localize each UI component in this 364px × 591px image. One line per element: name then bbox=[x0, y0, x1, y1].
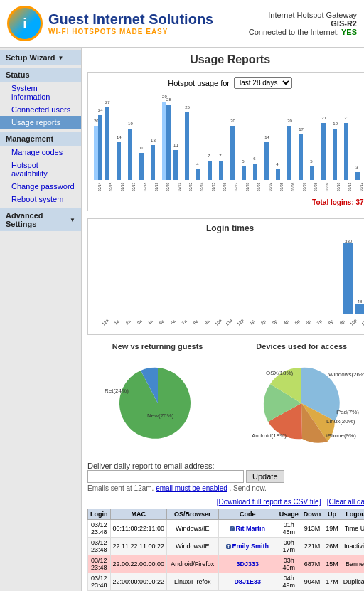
pie-title-new-returning: New vs returning guests bbox=[87, 342, 228, 351]
new-vs-returning-chart: New vs returning guests New(76%) Ret(24%… bbox=[87, 342, 228, 454]
cell-down: 221M bbox=[301, 538, 323, 555]
bar-group: 11 bbox=[173, 150, 184, 180]
iphone-label: iPhone(9%) bbox=[326, 432, 356, 439]
bar-value-label: 13 bbox=[151, 138, 156, 142]
devices-svg: Windows(26%) iPad(7%) iPhone(9%) Android… bbox=[230, 353, 364, 453]
company-name: Guest Internet Solutions bbox=[48, 11, 213, 28]
cell-usage: 00h 17m bbox=[277, 538, 301, 555]
connection-status: Connected to the Internet: YES bbox=[249, 28, 357, 36]
cell-mac: 22:00:22:00:00:00 bbox=[110, 555, 167, 573]
hotspot-chart-subtitle: Hotspot usage for last 28 days last 7 da… bbox=[92, 77, 364, 89]
windows-label: Windows(26%) bbox=[328, 371, 364, 378]
primary-bar: 7 bbox=[208, 161, 212, 180]
primary-bar: 10 bbox=[139, 153, 144, 180]
cell-logout: Inactivity bbox=[341, 538, 364, 555]
login-bar bbox=[343, 243, 353, 314]
cell-os: Android/Firefox bbox=[167, 555, 219, 573]
user-code-link[interactable]: D8J1E33 bbox=[234, 578, 261, 585]
new-returning-svg: New(76%) Ret(24%) bbox=[97, 353, 218, 453]
cell-up: 19M bbox=[323, 520, 341, 538]
col-logout: Logout bbox=[341, 509, 364, 520]
primary-bar: 19 bbox=[128, 129, 132, 180]
table-row: 03/12 23:4800:11:00:22:11:00Windows/IEfR… bbox=[88, 520, 365, 538]
bar-group: 5 bbox=[310, 166, 321, 180]
primary-bar: 4 bbox=[276, 169, 280, 180]
pie-title-devices: Devices used for access bbox=[230, 342, 364, 351]
osx-label: OSX(18%) bbox=[266, 370, 294, 376]
cell-login: 03/12 23:48 bbox=[88, 555, 111, 573]
cell-up: 26M bbox=[323, 538, 341, 555]
cell-logout: Banned bbox=[341, 555, 364, 573]
table-row: 03/12 23:4822:00:00:00:00:22Linux/Firefo… bbox=[88, 573, 365, 591]
arrow-down-icon: ▼ bbox=[70, 217, 75, 223]
primary-bar: 21 bbox=[321, 123, 326, 180]
cell-up: 17M bbox=[323, 573, 341, 591]
code-cell: fEmily Smith bbox=[218, 538, 277, 555]
sidebar-item-connected-users[interactable]: Connected users bbox=[0, 103, 81, 116]
bar-value-label: 19 bbox=[333, 122, 338, 126]
arrow-down-icon: ▼ bbox=[58, 55, 64, 61]
facebook-icon: f bbox=[226, 544, 230, 549]
email-must-be-enabled-link[interactable]: email must be enabled bbox=[156, 484, 228, 492]
header-right: Internet Hotspot Gateway GIS-R2 Connecte… bbox=[249, 11, 357, 36]
sidebar-item-hotspot-availability[interactable]: Hotspot availability bbox=[0, 159, 81, 180]
bar-group: 21 bbox=[344, 123, 355, 180]
primary-bar: 17 bbox=[299, 134, 303, 180]
bar-group: 14 bbox=[264, 142, 275, 180]
sidebar-item-reboot-system[interactable]: Reboot system bbox=[0, 193, 81, 206]
sidebar-item-usage-reports[interactable]: Usage reports bbox=[0, 116, 81, 129]
code-cell: fRit Martin bbox=[218, 520, 277, 538]
bar-group: 14 bbox=[117, 142, 127, 180]
setup-wizard-button[interactable]: Setup Wizard ▼ bbox=[0, 50, 81, 65]
bar-value-label: 5 bbox=[242, 159, 244, 164]
bar-group: 6 bbox=[253, 164, 264, 180]
cell-mac: 00:11:00:22:11:00 bbox=[110, 520, 167, 538]
bar-group: 21 bbox=[321, 123, 332, 180]
cell-login: 03/12 23:48 bbox=[88, 573, 111, 591]
bar-value-label: 7 bbox=[219, 154, 221, 158]
bar-value-label: 25 bbox=[185, 105, 190, 110]
sidebar-item-manage-codes[interactable]: Manage codes bbox=[0, 146, 81, 159]
bar-value-label: 14 bbox=[264, 135, 269, 139]
primary-bar: 7 bbox=[219, 161, 223, 180]
login-chart-title: Login times bbox=[92, 223, 364, 233]
header: i Guest Internet Solutions WI-FI HOTSPOT… bbox=[0, 0, 364, 48]
cell-os: Windows/IE bbox=[167, 520, 219, 538]
bar-value-label: 10 bbox=[139, 146, 144, 150]
clear-all-data-link[interactable]: [Clear all data] bbox=[327, 498, 364, 506]
bar-group: 19 bbox=[333, 129, 343, 180]
cell-mac: 22:00:00:00:00:22 bbox=[110, 573, 167, 591]
pie-charts-section: New vs returning guests New(76%) Ret(24%… bbox=[87, 342, 364, 454]
bar-group: 10 bbox=[139, 153, 150, 180]
sidebar-item-change-password[interactable]: Change password bbox=[0, 180, 81, 193]
primary-bar: 6 bbox=[253, 164, 257, 180]
bar-value-label: 20 bbox=[287, 119, 292, 123]
logo-text: Guest Internet Solutions WI-FI HOTSPOTS … bbox=[48, 11, 213, 36]
bar-group: 19 bbox=[128, 129, 139, 180]
primary-bar: 27 bbox=[105, 107, 109, 180]
cell-login: 03/12 23:48 bbox=[88, 538, 111, 555]
cell-logout: Duplicate bbox=[341, 573, 364, 591]
page-title: Usage Reports bbox=[87, 53, 364, 66]
cell-down: 687M bbox=[301, 555, 323, 573]
user-code-link[interactable]: 3DJ333 bbox=[236, 560, 259, 568]
sidebar-item-system-information[interactable]: System information bbox=[0, 82, 81, 103]
email-input[interactable] bbox=[87, 470, 244, 483]
bar-group: 3 bbox=[355, 172, 364, 180]
hotspot-usage-chart: Hotspot usage for last 28 days last 7 da… bbox=[87, 72, 364, 211]
advanced-settings-header[interactable]: Advanced Settings ▼ bbox=[0, 208, 81, 231]
update-button[interactable]: Update bbox=[246, 470, 284, 483]
bar-value-label: 28 bbox=[166, 97, 171, 102]
col-login: Login bbox=[88, 509, 111, 520]
period-select[interactable]: last 28 days last 7 days bbox=[234, 77, 292, 89]
ipad-label: iPad(7%) bbox=[336, 409, 359, 415]
cell-logout: Time Up bbox=[341, 520, 364, 538]
download-csv-link[interactable]: [Download full report as CSV file] bbox=[217, 498, 321, 506]
ret-label: Ret(24%) bbox=[105, 388, 129, 394]
bar-group: 2928 bbox=[162, 102, 173, 180]
col-code: Code bbox=[218, 509, 277, 520]
primary-bar: 4 bbox=[196, 169, 200, 180]
user-code-link[interactable]: Rit Martin bbox=[236, 525, 266, 532]
user-code-link[interactable]: Emily Smith bbox=[232, 543, 269, 550]
primary-bar: 20 bbox=[287, 126, 291, 180]
